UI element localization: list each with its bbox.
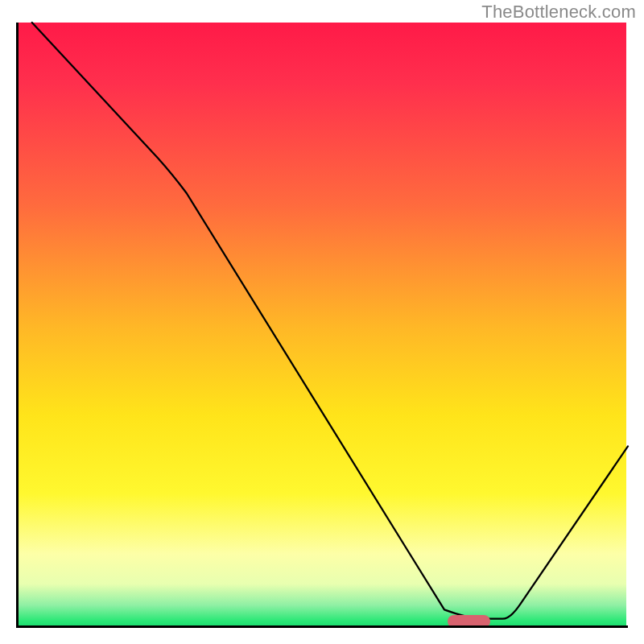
watermark-text: TheBottleneck.com bbox=[481, 2, 636, 23]
plot-area bbox=[16, 23, 628, 628]
chart-container: { "watermark": "TheBottleneck.com", "cha… bbox=[0, 0, 644, 644]
y-axis bbox=[16, 23, 19, 628]
bottleneck-curve bbox=[16, 23, 628, 628]
x-axis bbox=[16, 625, 628, 628]
